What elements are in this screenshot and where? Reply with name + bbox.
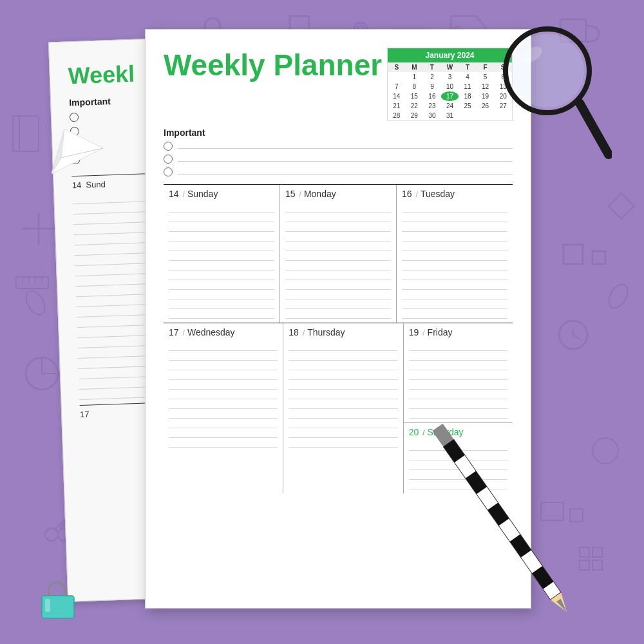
svg-point-24 bbox=[592, 438, 618, 464]
sunday-lines bbox=[169, 203, 274, 319]
cal-day: 9 bbox=[423, 82, 441, 91]
cal-day: 18 bbox=[459, 91, 477, 101]
svg-marker-52 bbox=[551, 592, 573, 616]
cal-day bbox=[494, 111, 512, 120]
day-name-monday: Monday bbox=[304, 189, 336, 199]
cal-day: 10 bbox=[441, 82, 459, 91]
main-page: Weekly Planner January 2024 S M T W T F … bbox=[145, 29, 531, 609]
day-cell-friday: 19 / Friday bbox=[404, 323, 513, 423]
day-cell-sunday: 14 / Sunday bbox=[164, 185, 280, 323]
cal-day: 28 bbox=[388, 111, 406, 120]
svg-rect-15 bbox=[16, 277, 48, 289]
svg-point-32 bbox=[45, 528, 58, 541]
cal-day: 3 bbox=[441, 72, 459, 82]
svg-rect-27 bbox=[592, 547, 602, 557]
svg-rect-56 bbox=[45, 599, 50, 612]
svg-line-43 bbox=[580, 103, 609, 155]
cal-day: 22 bbox=[406, 101, 424, 111]
friday-saturday-stack: 19 / Friday 20 bbox=[404, 323, 513, 493]
calendar-header: January 2024 bbox=[388, 48, 512, 62]
cal-week-2: 7 8 9 10 11 12 13 bbox=[388, 82, 512, 91]
day-header-wednesday: 17 / Wednesday bbox=[169, 327, 278, 337]
cal-header-w: W bbox=[441, 62, 459, 72]
day-name-tuesday: Tuesday bbox=[421, 189, 455, 199]
day-num-monday: 15 bbox=[285, 189, 296, 199]
cal-day: 23 bbox=[423, 101, 441, 111]
day-header-thursday: 18 / Thursday bbox=[289, 327, 397, 337]
day-num-tuesday: 16 bbox=[402, 189, 412, 199]
svg-rect-29 bbox=[592, 560, 602, 570]
day-cell-wednesday: 17 / Wednesday bbox=[164, 323, 283, 493]
page-title: Weekly Planner bbox=[164, 48, 382, 82]
svg-point-36 bbox=[23, 288, 49, 318]
slash-thursday: / bbox=[303, 328, 305, 337]
cal-day: 5 bbox=[477, 72, 495, 82]
cal-day: 11 bbox=[459, 82, 477, 91]
mini-calendar: January 2024 S M T W T F S bbox=[387, 48, 513, 121]
svg-rect-0 bbox=[560, 19, 586, 42]
day-header-monday: 15 / Monday bbox=[285, 189, 391, 199]
friday-lines bbox=[409, 341, 507, 419]
day-header-friday: 19 / Friday bbox=[409, 327, 507, 337]
svg-line-9 bbox=[573, 335, 580, 339]
slash-saturday: / bbox=[422, 428, 424, 437]
checkbox-row-1 bbox=[164, 142, 513, 151]
cal-day: 24 bbox=[441, 101, 459, 111]
cal-day bbox=[477, 111, 495, 120]
day-cell-saturday: 20 / Saturday bbox=[404, 423, 513, 493]
calendar-table: S M T W T F S 1 2 3 4 bbox=[388, 62, 512, 120]
svg-marker-53 bbox=[556, 599, 569, 614]
checkbox-circle-2[interactable] bbox=[164, 155, 173, 164]
cal-day: 26 bbox=[477, 101, 495, 111]
cal-day: 8 bbox=[406, 82, 424, 91]
cal-week-3: 14 15 16 17 18 19 20 bbox=[388, 91, 512, 101]
day-grid-row-1: 14 / Sunday 15 / Monday bbox=[164, 185, 513, 323]
back-day-label: 14 Sund bbox=[72, 179, 106, 190]
slash-monday: / bbox=[299, 190, 301, 199]
slash-tuesday: / bbox=[416, 190, 418, 199]
cal-week-1: 1 2 3 4 5 6 bbox=[388, 72, 512, 82]
cal-day: 31 bbox=[441, 111, 459, 120]
svg-point-37 bbox=[605, 281, 632, 312]
day-header-saturday: 20 / Saturday bbox=[409, 427, 507, 437]
cal-day bbox=[388, 72, 406, 82]
day-num-friday: 19 bbox=[409, 327, 419, 337]
back-checkbox-2 bbox=[70, 127, 79, 136]
svg-rect-30 bbox=[13, 116, 39, 151]
checkbox-circle-1[interactable] bbox=[164, 142, 173, 151]
day-name-friday: Friday bbox=[428, 327, 453, 337]
back-checkbox-4 bbox=[71, 155, 80, 164]
cal-day: 27 bbox=[494, 101, 512, 111]
day-name-thursday: Thursday bbox=[307, 327, 345, 337]
cal-day: 6 bbox=[494, 72, 512, 82]
cal-day: 21 bbox=[388, 101, 406, 111]
svg-point-7 bbox=[559, 321, 587, 349]
checkbox-line-3 bbox=[178, 174, 513, 175]
cal-day: 29 bbox=[406, 111, 424, 120]
cal-header-t1: T bbox=[423, 62, 441, 72]
day-name-sunday: Sunday bbox=[187, 189, 218, 199]
svg-rect-5 bbox=[564, 245, 583, 264]
day-grid-row-2: 17 / Wednesday 18 / Thursd bbox=[164, 323, 513, 493]
day-name-saturday: Saturday bbox=[428, 427, 464, 437]
tuesday-lines bbox=[402, 203, 507, 319]
day-grid-row-2-container: 17 / Wednesday 18 / Thursd bbox=[164, 323, 513, 493]
checkbox-line-2 bbox=[178, 161, 513, 162]
day-cell-tuesday: 16 / Tuesday bbox=[397, 185, 513, 323]
checkbox-circle-3[interactable] bbox=[164, 167, 173, 176]
slash-friday: / bbox=[422, 328, 424, 337]
day-header-sunday: 14 / Sunday bbox=[169, 189, 274, 199]
cal-day: 30 bbox=[423, 111, 441, 120]
cal-day: 14 bbox=[388, 91, 406, 101]
saturday-lines bbox=[409, 441, 507, 489]
cal-week-4: 21 22 23 24 25 26 27 bbox=[388, 101, 512, 111]
monday-lines bbox=[285, 203, 391, 319]
checkbox-row-3 bbox=[164, 167, 513, 176]
cal-day: 16 bbox=[423, 91, 441, 101]
cal-header-f: F bbox=[477, 62, 495, 72]
cal-header-s1: S bbox=[388, 62, 406, 72]
thursday-lines bbox=[289, 341, 397, 448]
page-header: Weekly Planner January 2024 S M T W T F … bbox=[164, 48, 513, 121]
svg-rect-6 bbox=[592, 251, 605, 264]
cal-day: 7 bbox=[388, 82, 406, 91]
